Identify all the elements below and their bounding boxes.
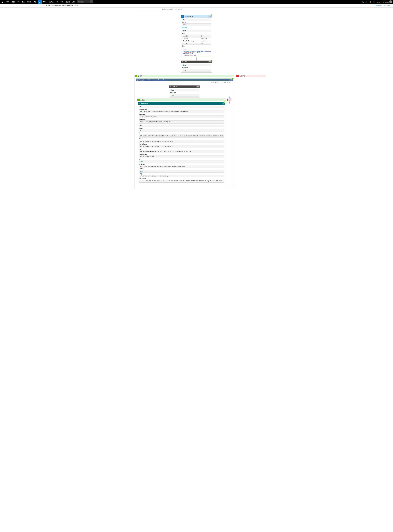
svg-rect-2: [2, 1, 3, 1]
user-org: Microsoft (new default): [377, 2, 388, 3]
settings-icon[interactable]: [372, 0, 376, 4]
nav1-templates[interactable]: 模板: [21, 1, 26, 3]
field-label: Id: [139, 132, 224, 134]
inner-no-header: ✕ 如果不是: [227, 99, 232, 101]
nav1-myflows[interactable]: 我的流: [10, 1, 16, 3]
nav1-connectors[interactable]: 连接器: [26, 1, 33, 3]
show-more-link[interactable]: 显示更多 ▾: [182, 27, 188, 29]
outlook-icon: [181, 15, 184, 18]
condition-branches: ✓ 如果是 ✓ Apply to each Attachment on the …: [134, 75, 259, 189]
field-label: LastModified: [139, 154, 224, 155]
field-value: 2017-12-16T01_26_06.2313144Z Office 365周…: [139, 140, 224, 143]
avatar[interactable]: [389, 0, 392, 3]
help-icon[interactable]: ?: [361, 0, 365, 4]
svg-point-22: [374, 2, 374, 2]
svg-rect-3: [1, 2, 1, 2]
svg-rect-12: [39, 2, 39, 2]
input-section: 输入: [182, 64, 211, 66]
folder-value: Inbox: [182, 24, 211, 26]
step-create-file[interactable]: ✓ Create file 2秒 输入Site Address 高大上公司虚拟团…: [138, 102, 225, 184]
table-row: Pragmano-cache: [182, 38, 211, 40]
headers-label: 标头: [182, 33, 211, 34]
search-button[interactable]: [90, 0, 93, 3]
svg-point-26: [139, 103, 140, 104]
expr-label: 表达式结果: [182, 67, 211, 69]
notifications-icon[interactable]: [365, 0, 368, 4]
refresh-icon: [374, 5, 375, 6]
waffle-icon-2[interactable]: [38, 0, 42, 4]
if-yes-header: ✓ 如果是: [135, 75, 234, 77]
waffle-icon[interactable]: [0, 0, 4, 4]
svg-line-19: [92, 2, 92, 2]
nav2-templates[interactable]: 模板: [59, 1, 64, 3]
brand-2: Flow: [42, 1, 48, 3]
condition-icon: [169, 86, 172, 88]
field-label: Folder Path: [139, 114, 224, 115]
field-label: MediaType: [139, 163, 224, 165]
pager-input[interactable]: [218, 82, 222, 84]
nav2-learn[interactable]: 了解▾: [71, 1, 77, 3]
download-icon[interactable]: [368, 0, 372, 4]
flow-canvas: ✓ On new email 1秒 输入 文件夹 Inbox 显示更多 ▾ 输出…: [134, 11, 259, 193]
page-title: 将我的电子邮件附件保存到 SharePoint 文档库: [46, 5, 78, 7]
field-label: DisplayName: [139, 143, 224, 145]
status-success-icon: ✓: [211, 14, 212, 16]
svg-rect-15: [39, 2, 39, 3]
scroll-hint[interactable]: [139, 182, 224, 183]
expr-value: true: [170, 94, 199, 96]
inner-if-yes: ✓ 如果是 ✓ Create file 2秒: [137, 99, 226, 185]
step-condition-2[interactable]: ✓ 条件 2 2秒 输入 表达式结果 true: [169, 85, 200, 97]
expr-value: true: [182, 69, 211, 72]
table-row: Transfer-Encodingchunked: [182, 40, 211, 42]
scroll-hint[interactable]: [139, 137, 224, 138]
step-title: Create file: [141, 103, 221, 104]
nav1-approvals[interactable]: 审批: [16, 1, 21, 3]
scroll-hint[interactable]: [182, 44, 211, 45]
svg-rect-8: [2, 2, 3, 3]
field-label: FileLocator: [139, 178, 224, 179]
run-timestamp: 耗时 2017/12/16 上午9:26:05 的运行: [135, 8, 216, 11]
body-json[interactable]: { "Id": "AQMkADU5NWUyODNlLTE5ZWYtNDNlMC1…: [182, 47, 211, 57]
svg-rect-1: [2, 1, 2, 1]
field-value: 2017-12-16T01_26_06.2313144Z+Office 365周…: [139, 120, 224, 124]
field-value: /Shared Documents/General: [139, 115, 224, 118]
svg-rect-9: [39, 1, 39, 1]
svg-rect-4: [2, 2, 2, 2]
field-label: Site Address: [139, 108, 224, 110]
nav2-approvals[interactable]: 审批: [54, 1, 59, 3]
svg-rect-7: [2, 2, 2, 3]
field-value: 2017-12-16T01:26:08Z: [139, 155, 224, 158]
folder-label: 文件夹: [182, 21, 211, 23]
search-box[interactable]: [77, 0, 90, 3]
field-label: Path: [139, 149, 224, 150]
sharepoint-icon: [138, 102, 141, 105]
field-value: 20: [139, 129, 224, 132]
step-condition[interactable]: ✓ 条件 3秒 输入 表达式结果 true: [181, 61, 212, 73]
nav2-connectors[interactable]: 连接器: [64, 1, 71, 3]
svg-rect-11: [41, 1, 41, 1]
if-no-header: ✕ 如果不是: [236, 75, 266, 77]
step-apply-to-each[interactable]: ✓ Apply to each Attachment on the email …: [136, 78, 233, 186]
close-icon: ✕: [236, 75, 239, 77]
nav1-learn[interactable]: 了解▾: [33, 1, 38, 3]
brand-1: Flow: [4, 1, 10, 3]
svg-rect-0: [1, 1, 1, 1]
field-value: dataset=aHR0cHM6Ly9taWNyb3NvZnRhcGMuc2hh…: [139, 180, 224, 182]
body-label: 正文: [182, 45, 211, 47]
search-input[interactable]: [77, 1, 90, 3]
step-title: Apply to each Attachment on the email: [138, 79, 229, 81]
status-success-icon: ✓: [211, 60, 212, 62]
pager-next[interactable]: 下一步 ›: [226, 82, 232, 84]
svg-rect-14: [41, 2, 41, 2]
close-icon: ✕: [227, 99, 228, 101]
step-on-new-email[interactable]: ✓ On new email 1秒 输入 文件夹 Inbox 显示更多 ▾ 输出…: [181, 15, 212, 57]
step-title: On new email: [184, 16, 208, 17]
inner-yes-header: ✓ 如果是: [137, 99, 226, 101]
edit-flow-button[interactable]: 编辑流: [384, 5, 390, 6]
pager-prev[interactable]: ‹ 上一步: [209, 82, 215, 84]
nav2-myflows[interactable]: 我的流: [48, 1, 54, 3]
back-button[interactable]: ←: [43, 5, 46, 6]
check-icon: ✓: [135, 75, 137, 77]
connector-arrow: [196, 57, 197, 61]
resubmit-button[interactable]: 重新提交: [374, 5, 382, 6]
